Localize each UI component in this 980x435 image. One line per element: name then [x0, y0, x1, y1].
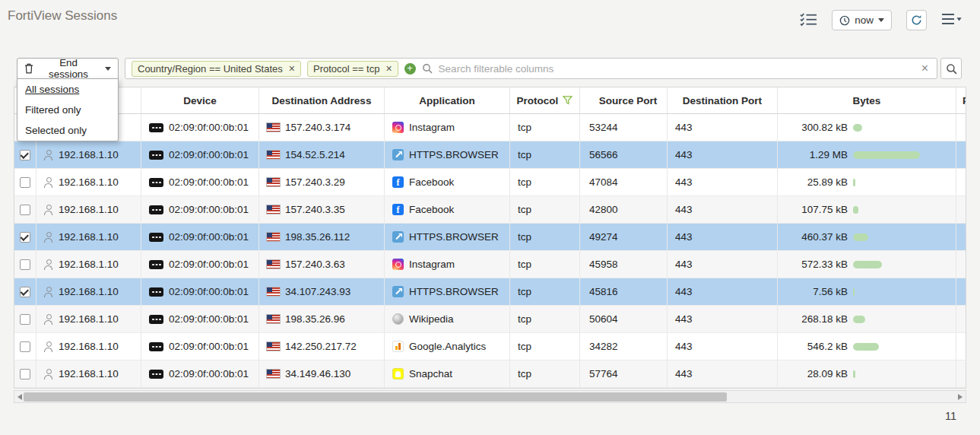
- table-row[interactable]: 192.168.1.10 02:09:0f:00:0b:01 198.35.26…: [14, 306, 966, 333]
- col-header-destination-port[interactable]: Destination Port: [668, 87, 778, 113]
- row-checkbox[interactable]: [20, 177, 30, 188]
- filter-bar: Country/Region == United States Protocol…: [125, 58, 937, 79]
- page-number: 11: [945, 410, 956, 422]
- bytes-value: 1.29 MB: [785, 149, 848, 160]
- destination-port-value: 443: [668, 169, 778, 195]
- application-name: Facebook: [409, 204, 454, 215]
- table-row[interactable]: 192.168.1.10 02:09:0f:00:0b:01 157.240.3…: [14, 196, 966, 224]
- source-ip: 192.168.1.10: [59, 368, 119, 379]
- filter-pill-country[interactable]: Country/Region == United States: [132, 61, 301, 77]
- row-checkbox[interactable]: [20, 232, 30, 243]
- horizontal-scrollbar[interactable]: [14, 390, 966, 403]
- source-port-value: 34282: [580, 333, 668, 360]
- user-icon: [44, 287, 53, 297]
- user-icon: [44, 150, 53, 160]
- search-input[interactable]: [439, 63, 913, 75]
- col-header-destination-address[interactable]: Destination Address: [259, 87, 385, 113]
- destination-address: 34.107.243.93: [285, 286, 350, 297]
- facebook-icon: [392, 204, 404, 215]
- row-checkbox[interactable]: [20, 287, 30, 297]
- user-icon: [44, 232, 53, 243]
- bytes-value: 7.56 kB: [785, 286, 848, 297]
- bytes-value: 460.37 kB: [785, 231, 848, 243]
- column-settings-button[interactable]: [800, 12, 817, 29]
- horizontal-scrollbar-thumb[interactable]: [24, 392, 727, 402]
- refresh-button[interactable]: [906, 10, 927, 30]
- col-header-packets[interactable]: P: [956, 87, 966, 113]
- scroll-left-icon[interactable]: [17, 394, 22, 400]
- row-checkbox[interactable]: [20, 369, 30, 379]
- table-row[interactable]: 192.168.1.10 02:09:0f:00:0b:01 157.240.3…: [14, 114, 966, 141]
- bytes-value: 28.09 kB: [785, 368, 848, 379]
- wikipedia-icon: [392, 313, 404, 325]
- filter-pill-protocol[interactable]: Protocol == tcp: [307, 61, 398, 77]
- table-body: 192.168.1.10 02:09:0f:00:0b:01 157.240.3…: [14, 114, 966, 388]
- sessions-table: Source Device Destination Address Applic…: [14, 87, 966, 389]
- protocol-value: tcp: [510, 278, 580, 305]
- remove-filter-icon[interactable]: [289, 62, 295, 75]
- clear-search-icon[interactable]: [919, 62, 931, 75]
- menu-item-filtered-only[interactable]: Filtered only: [17, 100, 118, 120]
- menu-button[interactable]: [941, 13, 962, 27]
- source-port-value: 42800: [580, 196, 668, 223]
- bytes-value: 25.89 kB: [785, 176, 848, 188]
- add-filter-icon[interactable]: [404, 63, 416, 75]
- menu-item-all-sessions[interactable]: All sessions: [17, 79, 118, 100]
- device-mac: 02:09:0f:00:0b:01: [169, 368, 249, 379]
- filter-funnel-icon[interactable]: [563, 96, 572, 105]
- us-flag-icon: [267, 315, 280, 323]
- col-header-application[interactable]: Application: [385, 87, 510, 113]
- remove-filter-icon[interactable]: [385, 62, 392, 75]
- device-icon: [149, 342, 163, 351]
- table-row[interactable]: 192.168.1.10 02:09:0f:00:0b:01 142.250.2…: [14, 333, 966, 360]
- snapchat-icon: [392, 368, 404, 379]
- col-header-bytes[interactable]: Bytes: [778, 87, 956, 113]
- protocol-value: tcp: [510, 169, 580, 195]
- row-checkbox[interactable]: [20, 259, 30, 270]
- device-mac: 02:09:0f:00:0b:01: [169, 286, 249, 297]
- bytes-bar: [853, 124, 862, 132]
- bytes-value: 107.75 kB: [785, 204, 848, 215]
- row-checkbox[interactable]: [20, 150, 30, 160]
- destination-address: 142.250.217.72: [285, 341, 357, 352]
- device-mac: 02:09:0f:00:0b:01: [169, 313, 249, 325]
- toolbar: End sessions All sessions Filtered only …: [17, 58, 962, 79]
- table-row[interactable]: 192.168.1.10 02:09:0f:00:0b:01 157.240.3…: [14, 169, 966, 196]
- page-title: FortiView Sessions: [8, 8, 117, 24]
- table-row[interactable]: 192.168.1.10 02:09:0f:00:0b:01 34.107.24…: [14, 278, 966, 306]
- scroll-right-icon[interactable]: [958, 394, 963, 400]
- row-checkbox[interactable]: [20, 341, 30, 352]
- menu-item-selected-only[interactable]: Selected only: [17, 120, 118, 141]
- table-row[interactable]: 192.168.1.10 02:09:0f:00:0b:01 34.149.46…: [14, 360, 966, 388]
- bytes-value: 546.2 kB: [785, 341, 848, 352]
- bytes-bar: [853, 343, 879, 351]
- application-name: HTTPS.BROWSER: [409, 286, 499, 297]
- row-checkbox[interactable]: [20, 205, 30, 215]
- time-range-button[interactable]: now: [832, 10, 892, 30]
- col-header-protocol[interactable]: Protocol: [510, 87, 580, 113]
- destination-port-value: 443: [668, 306, 778, 332]
- bytes-bar: [853, 288, 855, 296]
- bytes-bar: [853, 206, 858, 214]
- destination-address: 157.240.3.35: [285, 204, 345, 215]
- table-row[interactable]: 192.168.1.10 02:09:0f:00:0b:01 154.52.5.…: [14, 141, 966, 169]
- source-ip: 192.168.1.10: [59, 286, 119, 297]
- col-header-source-port[interactable]: Source Port: [580, 87, 668, 113]
- trash-icon: [24, 63, 33, 74]
- device-mac: 02:09:0f:00:0b:01: [169, 231, 249, 243]
- table-row[interactable]: 192.168.1.10 02:09:0f:00:0b:01 198.35.26…: [14, 224, 966, 251]
- protocol-value: tcp: [510, 251, 580, 278]
- row-checkbox[interactable]: [20, 314, 30, 325]
- search-button[interactable]: [940, 58, 962, 79]
- col-header-device[interactable]: Device: [141, 87, 259, 113]
- source-ip: 192.168.1.10: [59, 259, 119, 270]
- user-icon: [44, 177, 53, 188]
- instagram-icon: [392, 122, 404, 133]
- table-row[interactable]: 192.168.1.10 02:09:0f:00:0b:01 157.240.3…: [14, 251, 966, 278]
- source-ip: 192.168.1.10: [59, 204, 119, 215]
- destination-address: 157.240.3.29: [285, 176, 345, 188]
- us-flag-icon: [267, 370, 280, 378]
- bytes-bar: [853, 151, 920, 159]
- end-sessions-button[interactable]: End sessions: [17, 58, 119, 79]
- application-name: HTTPS.BROWSER: [409, 149, 499, 160]
